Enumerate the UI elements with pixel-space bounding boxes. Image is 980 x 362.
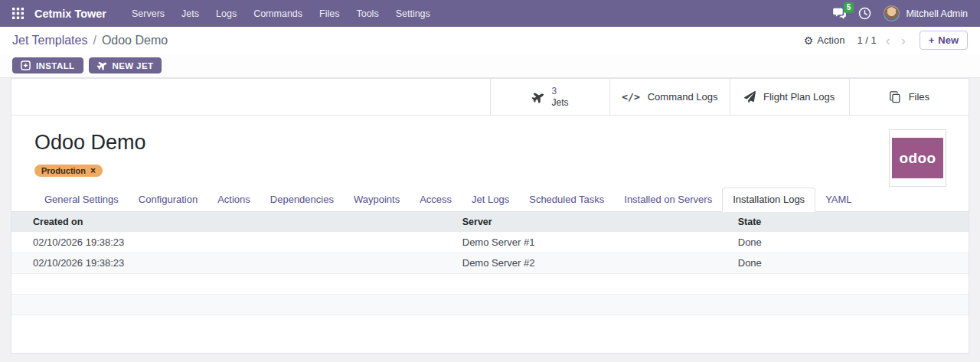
record-pager: 1 / 1 ‹ › <box>857 34 906 47</box>
user-name: Mitchell Admin <box>906 8 968 19</box>
nav-commands[interactable]: Commands <box>245 0 311 27</box>
nav-tools[interactable]: Tools <box>348 0 387 27</box>
nav-logs[interactable]: Logs <box>207 0 245 27</box>
empty-row <box>11 273 969 294</box>
tag-production[interactable]: Production × <box>34 165 103 177</box>
messages-icon[interactable]: 5 <box>833 8 846 19</box>
user-avatar <box>884 5 900 21</box>
plus-icon: + <box>929 34 935 46</box>
plus-square-icon <box>21 60 31 70</box>
table-row[interactable]: 02/10/2026 19:38:23 Demo Server #2 Done <box>11 253 969 273</box>
statusbar: 3 Jets </> Command Logs Flight Plan Logs <box>11 79 969 116</box>
navbar-right: 5 Mitchell Admin <box>833 5 968 21</box>
files-label: Files <box>909 91 929 103</box>
flight-plan-logs-button[interactable]: Flight Plan Logs <box>730 79 849 115</box>
record-sheet: 3 Jets </> Command Logs Flight Plan Logs <box>11 78 969 354</box>
main-menu: Servers Jets Logs Commands Files Tools S… <box>123 0 439 27</box>
tab-yaml[interactable]: YAML <box>815 188 861 211</box>
jets-stat-button[interactable]: 3 Jets <box>490 79 609 115</box>
nav-settings[interactable]: Settings <box>387 0 439 27</box>
notebook-tabs: General Settings Configuration Actions D… <box>11 188 969 212</box>
app-title[interactable]: Cetmix Tower <box>34 8 106 20</box>
nav-jets[interactable]: Jets <box>173 0 207 27</box>
gear-icon: ⚙ <box>804 35 814 46</box>
control-panel: Jet Templates / Odoo Demo ⚙ Action 1 / 1… <box>0 27 980 54</box>
breadcrumb: Jet Templates / Odoo Demo <box>12 34 168 47</box>
new-button-label: New <box>938 34 959 46</box>
plane-icon <box>530 89 547 106</box>
tab-jet-logs[interactable]: Jet Logs <box>462 188 519 211</box>
flight-plan-logs-label: Flight Plan Logs <box>763 91 835 103</box>
tab-configuration[interactable]: Configuration <box>129 188 207 211</box>
tab-access[interactable]: Access <box>410 188 462 211</box>
install-button-label: INSTALL <box>36 61 75 70</box>
breadcrumb-jet-templates[interactable]: Jet Templates <box>12 34 87 47</box>
paper-plane-icon <box>744 91 756 103</box>
tab-scheduled-tasks[interactable]: Scheduled Tasks <box>519 188 614 211</box>
sheet-body: Odoo Demo odoo Production × <box>11 116 969 177</box>
cell-created-on: 02/10/2026 19:38:23 <box>11 253 455 273</box>
action-label: Action <box>817 34 844 46</box>
cell-created-on: 02/10/2026 19:38:23 <box>11 232 455 253</box>
jets-label: Jets <box>552 97 569 109</box>
action-menu-button[interactable]: ⚙ Action <box>804 34 845 46</box>
empty-row <box>11 294 969 315</box>
activities-clock-icon[interactable] <box>858 7 871 20</box>
table-row[interactable]: 02/10/2026 19:38:23 Demo Server #1 Done <box>11 232 969 253</box>
control-panel-right: ⚙ Action 1 / 1 ‹ › + New <box>804 31 968 50</box>
cell-server: Demo Server #2 <box>455 253 730 273</box>
nav-files[interactable]: Files <box>311 0 348 27</box>
tab-actions[interactable]: Actions <box>207 188 260 211</box>
nav-servers[interactable]: Servers <box>123 0 173 27</box>
tab-installed-on-servers[interactable]: Installed on Servers <box>614 188 722 211</box>
column-header-state[interactable]: State <box>730 212 969 232</box>
breadcrumb-current-record: Odoo Demo <box>102 34 168 47</box>
messages-count-badge: 5 <box>844 2 854 13</box>
breadcrumb-separator: / <box>93 34 96 47</box>
cell-server: Demo Server #1 <box>455 232 730 253</box>
installation-logs-table: Created on Server State 02/10/2026 19:38… <box>11 212 969 315</box>
record-action-row: INSTALL NEW JET <box>0 54 980 78</box>
new-button[interactable]: + New <box>920 31 968 50</box>
command-logs-button[interactable]: </> Command Logs <box>609 79 729 115</box>
copy-pages-icon <box>889 91 901 103</box>
top-navbar: Cetmix Tower Servers Jets Logs Commands … <box>0 0 980 27</box>
plane-icon <box>95 59 109 73</box>
record-image[interactable]: odoo <box>889 129 946 187</box>
tab-installation-logs[interactable]: Installation Logs <box>722 188 815 212</box>
command-logs-label: Command Logs <box>648 91 718 103</box>
tab-general-settings[interactable]: General Settings <box>34 188 129 211</box>
tag-remove-icon[interactable]: × <box>90 166 96 175</box>
record-title[interactable]: Odoo Demo <box>34 131 946 155</box>
files-button[interactable]: Files <box>849 79 969 115</box>
tag-label: Production <box>41 166 86 175</box>
column-header-server[interactable]: Server <box>455 212 730 232</box>
jets-count: 3 <box>552 86 569 97</box>
tab-dependencies[interactable]: Dependencies <box>260 188 344 211</box>
code-icon: </> <box>622 91 639 103</box>
odoo-logo: odoo <box>892 138 943 178</box>
cell-state: Done <box>730 232 969 253</box>
tab-waypoints[interactable]: Waypoints <box>344 188 410 211</box>
new-jet-button[interactable]: NEW JET <box>89 57 162 73</box>
column-header-created-on[interactable]: Created on <box>11 212 455 232</box>
pager-previous-icon[interactable]: ‹ <box>884 34 892 47</box>
page-background: 3 Jets </> Command Logs Flight Plan Logs <box>0 78 980 354</box>
apps-grid-icon[interactable] <box>12 8 24 19</box>
stat-button-box: 3 Jets </> Command Logs Flight Plan Logs <box>490 79 969 115</box>
cell-state: Done <box>730 253 969 273</box>
user-menu[interactable]: Mitchell Admin <box>884 5 968 21</box>
table-header-row: Created on Server State <box>11 212 969 232</box>
new-jet-button-label: NEW JET <box>113 61 154 70</box>
pager-value: 1 / 1 <box>857 34 876 46</box>
pager-next-icon[interactable]: › <box>900 34 907 47</box>
install-button[interactable]: INSTALL <box>12 57 83 73</box>
